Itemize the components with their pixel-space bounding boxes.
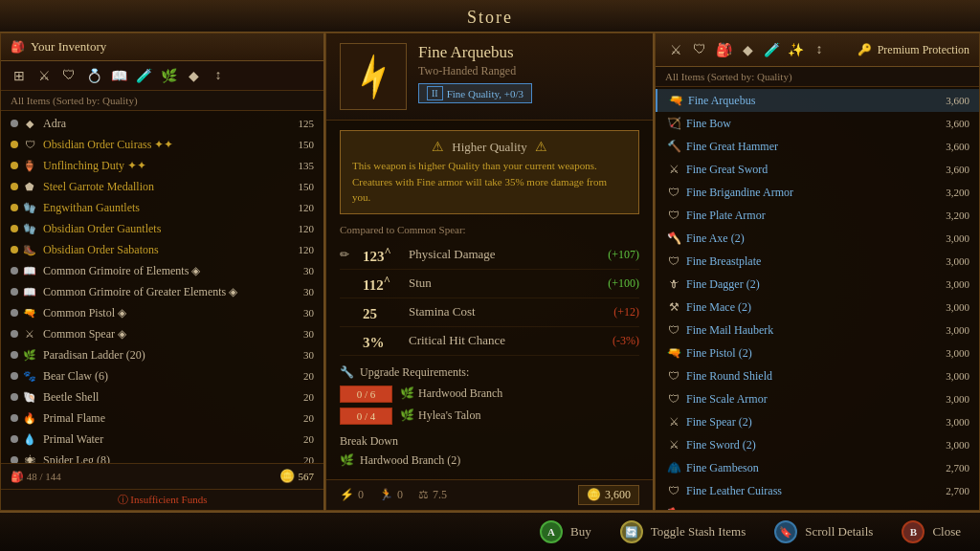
- item-quality-dot: [11, 372, 18, 380]
- inventory-item[interactable]: 🐚Beetle Shell20: [1, 386, 323, 408]
- inventory-item[interactable]: 💧Primal Water20: [1, 429, 323, 450]
- inventory-item[interactable]: 🧤Obsidian Order Gauntlets120: [1, 218, 323, 239]
- store-item-icon: ⚔: [665, 161, 682, 178]
- store-item[interactable]: 🪓Fine Axe (2)3,000: [656, 227, 979, 250]
- inventory-item[interactable]: ◆Adra125: [1, 113, 323, 134]
- item-quality-dot: [11, 183, 18, 190]
- store-item[interactable]: 🔫Fine Arquebus3,600: [656, 89, 979, 112]
- store-item[interactable]: 🛡Fine Brigandine Armor3,200: [656, 181, 979, 204]
- bottom-action-toggle-stash-items[interactable]: 🔄 Toggle Stash Items: [620, 520, 746, 543]
- store-item-icon: ⚔: [665, 413, 682, 430]
- inventory-item[interactable]: 🔥Primal Flame20: [1, 408, 323, 429]
- weight-icon: ⚖: [418, 488, 429, 502]
- store-item-name: Fine Mail Hauberk: [686, 323, 946, 338]
- store-item[interactable]: ⚒Fine Mace (2)3,000: [656, 296, 979, 319]
- store-item[interactable]: 🛡Fine Scale Armor3,000: [656, 387, 979, 410]
- hq-icon-right: ⚠: [535, 139, 547, 155]
- bottom-action-buy[interactable]: A Buy: [540, 520, 591, 543]
- item-name: Bear Claw (6): [43, 369, 296, 384]
- store-tab-misc[interactable]: 🎒: [713, 39, 734, 60]
- main-content: 🎒 Your Inventory ⊞ ⚔ 🛡 💍 📖 🧪 🌿 ◆ ↕ All I…: [0, 33, 980, 511]
- action-label: Toggle Stash Items: [651, 524, 746, 540]
- bottom-action-scroll-details[interactable]: 🔖 Scroll Details: [774, 520, 873, 543]
- item-quality-dot: [11, 267, 18, 275]
- item-icon: 📖: [22, 263, 37, 278]
- store-item[interactable]: ⚔Fine Sword (2)3,000: [656, 433, 979, 456]
- store-item[interactable]: ⚔Fine Great Sword3,600: [656, 158, 979, 181]
- inventory-item[interactable]: 🏺Unflinching Duty ✦✦135: [1, 155, 323, 176]
- store-item-price: 3,000: [946, 232, 969, 244]
- tab-all[interactable]: ⊞: [9, 65, 30, 86]
- footer-recovery: 🏃 0: [379, 488, 403, 502]
- store-item-list[interactable]: 🔫Fine Arquebus3,600🏹Fine Bow3,600🔨Fine G…: [656, 87, 979, 510]
- action-key-btn: A: [540, 520, 563, 543]
- inventory-item[interactable]: ⚔Common Spear ◈30: [1, 323, 323, 344]
- tab-grimoire[interactable]: 📖: [108, 65, 129, 86]
- item-icon: 🐾: [22, 368, 37, 384]
- store-item[interactable]: 🛡Fine Plate Armor3,200: [656, 204, 979, 227]
- store-item[interactable]: 🗡Fine Dagger (2)3,000: [656, 273, 979, 296]
- inventory-item[interactable]: 🥾Obsidian Order Sabatons120: [1, 239, 323, 260]
- store-item-icon: 🗡: [665, 276, 682, 293]
- stat-diff: (+107): [608, 248, 639, 262]
- store-item[interactable]: 🔨Fine Great Hammer3,600: [656, 135, 979, 158]
- item-icon: 📖: [22, 284, 37, 299]
- tab-armor[interactable]: 🛡: [58, 65, 79, 86]
- store-tab-weapons[interactable]: ⚔: [665, 39, 686, 60]
- breakdown-section: Break Down 🌿Hardwood Branch (2): [340, 434, 639, 468]
- tab-misc[interactable]: ◆: [183, 65, 204, 86]
- store-tab-magic[interactable]: ✨: [785, 39, 806, 60]
- tab-consumables[interactable]: 🧪: [133, 65, 154, 86]
- store-item[interactable]: 🏹Fine Bow3,600: [656, 112, 979, 135]
- store-item[interactable]: ⚔Fine Spear (2)3,000: [656, 410, 979, 433]
- item-value: 135: [299, 160, 315, 171]
- item-portrait-icon: ⚡: [345, 49, 402, 105]
- item-name: Obsidian Order Gauntlets: [43, 222, 291, 236]
- store-item-icon: 🪓: [665, 230, 682, 247]
- item-icon: ◆: [22, 116, 37, 131]
- store-tab-sort[interactable]: ↕: [809, 39, 830, 60]
- bottom-action-close[interactable]: B Close: [902, 520, 961, 543]
- inventory-item[interactable]: 🐾Bear Claw (6)20: [1, 365, 323, 386]
- store-item[interactable]: 🛡Fine Round Shield3,000: [656, 364, 979, 387]
- detail-footer: ⚡ 0 🏃 0 ⚖ 7.5 🪙 3,600: [326, 479, 653, 510]
- store-item-name: Fine Great Sword: [686, 163, 946, 177]
- item-quality-dot: [11, 309, 18, 317]
- inventory-item[interactable]: ⬟Steel Garrote Medallion150: [1, 176, 323, 197]
- store-item[interactable]: 🛡Fine Leather Cuirass2,700: [656, 479, 979, 502]
- item-quality-dot: [11, 330, 18, 338]
- upgrade-row: 0 / 6 🌿 Hardwood Branch: [340, 386, 639, 403]
- tab-accessories[interactable]: 💍: [83, 65, 104, 86]
- inventory-item[interactable]: 🌿Paradisan Ladder (20)30: [1, 344, 323, 365]
- item-icon: 🧤: [22, 200, 37, 215]
- item-icon: 🕷: [22, 452, 37, 463]
- inventory-item[interactable]: 🛡Obsidian Order Cuirass ✦✦150: [1, 134, 323, 155]
- store-item-icon: 🔫: [665, 344, 682, 362]
- store-item-price: 3,000: [946, 439, 969, 451]
- item-detail-header: ⚡ Fine Arquebus Two-Handed Ranged II Fin…: [326, 33, 653, 121]
- inventory-item[interactable]: 🕷Spider Leg (8)20: [1, 450, 323, 463]
- tab-ingredients[interactable]: 🌿: [158, 65, 179, 86]
- inventory-item[interactable]: 🔫Common Pistol ◈30: [1, 302, 323, 323]
- store-item[interactable]: 🔫Fine Pistol (2)3,000: [656, 342, 979, 364]
- item-value: 20: [303, 412, 314, 424]
- higher-quality-banner: ⚠ Higher Quality ⚠ This weapon is higher…: [340, 130, 639, 214]
- store-item-price: 180: [954, 508, 970, 510]
- store-item[interactable]: 🛡Fine Mail Hauberk3,000: [656, 319, 979, 342]
- ingredient-icon: 🌿: [400, 386, 414, 401]
- store-item[interactable]: 🛡Fine Breastplate3,000: [656, 250, 979, 273]
- inventory-item[interactable]: 🧤Engwithan Gauntlets120: [1, 197, 323, 218]
- stat-name: Stamina Cost: [409, 304, 606, 320]
- store-item-icon: 🔨: [665, 138, 682, 155]
- store-tab-armor[interactable]: 🛡: [689, 39, 710, 60]
- store-item[interactable]: 🪓Common Great Axe180: [656, 502, 979, 510]
- store-item[interactable]: 🧥Fine Gambeson2,700: [656, 456, 979, 479]
- inventory-item[interactable]: 📖Common Grimoire of Greater Elements ◈30: [1, 281, 323, 302]
- inventory-item[interactable]: 📖Common Grimoire of Elements ◈30: [1, 260, 323, 281]
- store-tab-all[interactable]: ◆: [737, 39, 758, 60]
- store-tab-potions[interactable]: 🧪: [761, 39, 782, 60]
- inventory-item-list[interactable]: ◆Adra125🛡Obsidian Order Cuirass ✦✦150🏺Un…: [1, 111, 323, 463]
- tab-weapons[interactable]: ⚔: [33, 65, 55, 86]
- upgrade-ingredient: 🌿 Hardwood Branch: [400, 386, 502, 401]
- tab-sort[interactable]: ↕: [208, 65, 229, 86]
